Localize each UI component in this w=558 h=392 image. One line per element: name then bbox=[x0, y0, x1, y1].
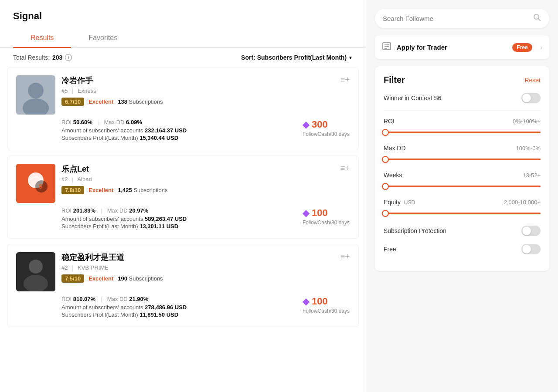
subscription-protection-row: Subscription Protection bbox=[384, 226, 541, 236]
roi-slider[interactable] bbox=[384, 128, 541, 137]
trader-list-icon bbox=[382, 41, 391, 53]
right-panel: Apply for Trader Free › Filter Reset Win… bbox=[366, 0, 558, 392]
info-icon[interactable]: i bbox=[65, 54, 72, 61]
tab-favorites[interactable]: Favorites bbox=[71, 29, 135, 48]
card-stats: ROI 810.07% | Max DD 21.90% Amount of su… bbox=[16, 296, 350, 319]
roi-filter-row: ROI 0%-100%+ bbox=[384, 118, 541, 137]
trader-rank: #5 bbox=[61, 88, 68, 94]
roi-filter-label: ROI bbox=[384, 118, 395, 125]
total-count: 203 bbox=[52, 54, 62, 61]
trader-broker: Exness bbox=[78, 88, 96, 94]
excellent-label: Excellent bbox=[88, 98, 113, 105]
card-top: $ 乐点Let #2 | Alpari 7.8/10 Excellent bbox=[16, 164, 350, 203]
toggle-knob bbox=[522, 226, 531, 235]
trader-name: 稳定盈利才是王道 bbox=[61, 252, 334, 263]
price-value: 100 bbox=[312, 207, 328, 219]
trader-card: 冷岩作手 #5 | Exness 6.7/10 Excellent 138 Su… bbox=[7, 67, 359, 150]
total-label: Total Results: bbox=[13, 54, 50, 61]
search-input[interactable] bbox=[383, 15, 529, 22]
equity-filter-row: Equity USD 2,000-10,000+ bbox=[384, 199, 541, 218]
roi-filter-value: 0%-100%+ bbox=[513, 118, 541, 125]
weeks-slider[interactable] bbox=[384, 182, 541, 191]
sort-area[interactable]: Sort: Subscribers Profit(Last Month) ▼ bbox=[241, 54, 353, 61]
filter-header: Filter Reset bbox=[384, 75, 541, 85]
roi-stat: ROI 810.07% | Max DD 21.90% bbox=[61, 296, 187, 302]
filter-panel: Filter Reset Winner in Contest S6 ROI 0%… bbox=[375, 66, 549, 271]
max-dd-filter-header: Max DD 100%-0% bbox=[384, 145, 541, 152]
badge-row: 7.8/10 Excellent 1,425 Subscriptions bbox=[61, 186, 334, 194]
equity-filter-label: Equity USD bbox=[384, 199, 415, 206]
trader-name: 冷岩作手 bbox=[61, 75, 334, 86]
app-title: Signal bbox=[0, 0, 366, 29]
diamond-price: ◆ 300 bbox=[303, 119, 350, 130]
search-icon bbox=[533, 13, 541, 24]
sort-value: Subscribers Profit(Last Month) bbox=[257, 54, 347, 61]
max-dd-filter-value: 100%-0% bbox=[516, 145, 541, 152]
avatar bbox=[16, 252, 55, 291]
trader-meta: #5 | Exness bbox=[61, 88, 334, 94]
free-filter-label: Free bbox=[384, 246, 396, 253]
price-value: 100 bbox=[312, 296, 328, 307]
search-bar bbox=[375, 9, 549, 28]
avatar bbox=[16, 75, 55, 115]
trader-broker: Alpari bbox=[77, 176, 92, 182]
weeks-filter-row: Weeks 13-52+ bbox=[384, 172, 541, 191]
trader-info: 乐点Let #2 | Alpari 7.8/10 Excellent 1,425… bbox=[61, 164, 334, 194]
sort-dropdown-icon[interactable]: ▼ bbox=[348, 55, 353, 60]
toggle-knob bbox=[522, 245, 531, 253]
reset-button[interactable]: Reset bbox=[524, 77, 541, 84]
profit-label: Subscribers Profit(Last Month) 13,301.11… bbox=[61, 223, 187, 230]
price-value: 300 bbox=[312, 119, 328, 130]
add-to-list-icon[interactable]: ≡+ bbox=[340, 252, 350, 261]
trader-card: $ 乐点Let #2 | Alpari 7.8/10 Excellent bbox=[7, 155, 359, 239]
free-filter-row: Free bbox=[384, 244, 541, 254]
badge-row: 6.7/10 Excellent 138 Subscriptions bbox=[61, 98, 334, 106]
equity-filter-value: 2,000-10,000+ bbox=[504, 199, 541, 206]
trader-info: 冷岩作手 #5 | Exness 6.7/10 Excellent 138 Su… bbox=[61, 75, 334, 106]
sub-protection-toggle[interactable] bbox=[521, 226, 541, 236]
filter-title: Filter bbox=[384, 75, 405, 85]
toggle-knob bbox=[522, 94, 531, 102]
max-dd-filter-label: Max DD bbox=[384, 145, 406, 152]
diamond-icon: ◆ bbox=[303, 208, 309, 218]
accounts-label: Amount of subscribers' accounts 589,263.… bbox=[61, 216, 187, 222]
results-header: Total Results: 203 i Sort: Subscribers P… bbox=[0, 48, 366, 67]
results-count: Total Results: 203 i bbox=[13, 54, 72, 61]
roi-stat: ROI 50.60% | Max DD 6.09% bbox=[61, 119, 187, 125]
weeks-filter-label: Weeks bbox=[384, 172, 402, 179]
trader-info: 稳定盈利才是王道 #2 | KVB PRIME 7.5/10 Excellent… bbox=[61, 252, 334, 283]
diamond-price: ◆ 100 bbox=[303, 207, 350, 219]
trader-rank: #2 bbox=[61, 264, 68, 271]
winner-toggle[interactable] bbox=[521, 93, 541, 103]
sort-label: Sort: bbox=[241, 54, 255, 61]
accounts-label: Amount of subscribers' accounts 232,164.… bbox=[61, 127, 187, 134]
profit-label: Subscribers Profit(Last Month) 11,891.50… bbox=[61, 311, 187, 318]
free-badge: Free bbox=[512, 43, 532, 52]
svg-line-12 bbox=[538, 19, 541, 21]
free-toggle[interactable] bbox=[521, 244, 541, 254]
subscriptions-label: 138 Subscriptions bbox=[118, 98, 163, 105]
price-area: ◆ 300 FollowCash/30 days bbox=[303, 119, 350, 137]
score-badge: 6.7/10 bbox=[61, 98, 84, 106]
trader-cards: 冷岩作手 #5 | Exness 6.7/10 Excellent 138 Su… bbox=[0, 67, 366, 327]
equity-slider[interactable] bbox=[384, 209, 541, 218]
sub-protection-label: Subscription Protection bbox=[384, 227, 446, 234]
follow-cash: FollowCash/30 days bbox=[303, 220, 350, 226]
apply-trader-banner[interactable]: Apply for Trader Free › bbox=[375, 35, 549, 59]
max-dd-slider[interactable] bbox=[384, 155, 541, 164]
add-to-list-icon[interactable]: ≡+ bbox=[340, 164, 350, 173]
trader-meta: #2 | KVB PRIME bbox=[61, 264, 334, 271]
trader-card: 稳定盈利才是王道 #2 | KVB PRIME 7.5/10 Excellent… bbox=[7, 244, 359, 327]
winner-label: Winner in Contest S6 bbox=[384, 95, 441, 101]
profit-label: Subscribers Profit(Last Month) 15,340.44… bbox=[61, 135, 187, 141]
card-stats: ROI 50.60% | Max DD 6.09% Amount of subs… bbox=[16, 119, 350, 142]
excellent-label: Excellent bbox=[88, 275, 113, 282]
add-to-list-icon[interactable]: ≡+ bbox=[340, 75, 350, 84]
roi-filter-header: ROI 0%-100%+ bbox=[384, 118, 541, 125]
follow-cash: FollowCash/30 days bbox=[303, 131, 350, 137]
follow-cash: FollowCash/30 days bbox=[303, 308, 350, 314]
excellent-label: Excellent bbox=[88, 187, 113, 193]
tab-results[interactable]: Results bbox=[13, 29, 71, 48]
equity-filter-header: Equity USD 2,000-10,000+ bbox=[384, 199, 541, 206]
free-filter-header: Free bbox=[384, 244, 541, 254]
